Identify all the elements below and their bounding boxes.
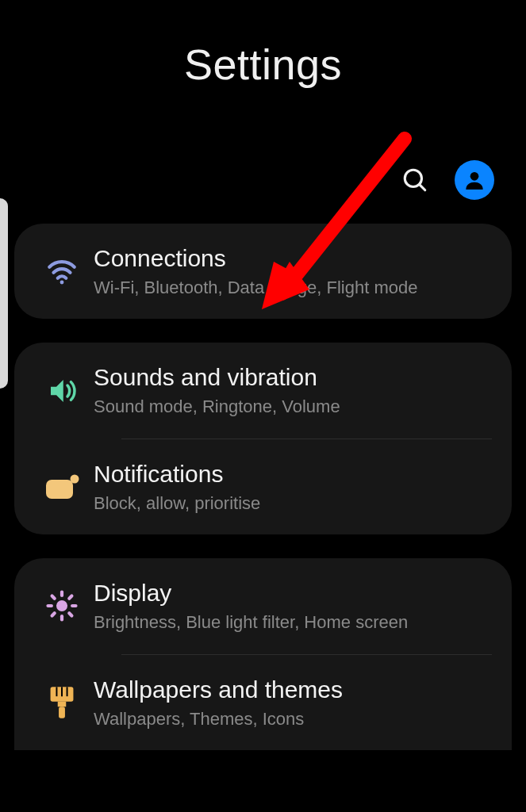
- svg-rect-17: [59, 707, 65, 718]
- svg-point-6: [56, 600, 67, 611]
- settings-item-subtitle: Wi-Fi, Bluetooth, Data usage, Flight mod…: [94, 278, 496, 298]
- svg-point-5: [71, 474, 79, 483]
- settings-item-subtitle: Block, allow, prioritise: [94, 493, 496, 514]
- settings-item-wallpapers[interactable]: Wallpapers and themes Wallpapers, Themes…: [14, 655, 512, 750]
- person-icon: [462, 167, 487, 193]
- svg-line-13: [52, 614, 55, 616]
- toolbar: [0, 160, 526, 224]
- svg-line-12: [69, 614, 71, 616]
- settings-item-text: Sounds and vibration Sound mode, Rington…: [94, 363, 496, 417]
- settings-item-subtitle: Wallpapers, Themes, Icons: [94, 709, 496, 730]
- brightness-icon: [30, 589, 94, 622]
- settings-group-display-wallpapers: Display Brightness, Blue light filter, H…: [14, 558, 512, 750]
- settings-item-title: Display: [94, 579, 496, 607]
- sound-icon: [30, 374, 94, 408]
- settings-item-title: Connections: [94, 244, 496, 273]
- settings-item-notifications[interactable]: Notifications Block, allow, prioritise: [14, 439, 512, 534]
- page-title: Settings: [0, 0, 526, 160]
- paintbrush-icon: [30, 686, 94, 719]
- settings-item-text: Connections Wi-Fi, Bluetooth, Data usage…: [94, 244, 496, 298]
- settings-item-subtitle: Brightness, Blue light filter, Home scre…: [94, 612, 496, 633]
- settings-item-display[interactable]: Display Brightness, Blue light filter, H…: [14, 558, 512, 653]
- settings-group-connections: Connections Wi-Fi, Bluetooth, Data usage…: [14, 224, 512, 319]
- settings-item-text: Display Brightness, Blue light filter, H…: [94, 579, 496, 633]
- wifi-icon: [30, 255, 94, 288]
- settings-item-subtitle: Sound mode, Ringtone, Volume: [94, 396, 496, 417]
- settings-item-text: Wallpapers and themes Wallpapers, Themes…: [94, 676, 496, 730]
- svg-line-11: [52, 596, 55, 599]
- svg-rect-4: [46, 480, 73, 499]
- search-icon: [401, 167, 428, 193]
- settings-group-sounds-notifications: Sounds and vibration Sound mode, Rington…: [14, 343, 512, 534]
- svg-rect-16: [58, 701, 67, 707]
- svg-line-14: [69, 596, 71, 599]
- settings-item-connections[interactable]: Connections Wi-Fi, Bluetooth, Data usage…: [14, 224, 512, 319]
- settings-item-title: Wallpapers and themes: [94, 676, 496, 704]
- svg-point-3: [60, 281, 64, 285]
- settings-item-title: Notifications: [94, 460, 496, 488]
- edge-panel-handle[interactable]: [0, 198, 8, 389]
- settings-item-text: Notifications Block, allow, prioritise: [94, 460, 496, 514]
- profile-button[interactable]: [455, 160, 494, 200]
- settings-item-sounds[interactable]: Sounds and vibration Sound mode, Rington…: [14, 343, 512, 438]
- svg-point-2: [470, 172, 479, 181]
- search-button[interactable]: [397, 163, 432, 197]
- settings-item-title: Sounds and vibration: [94, 363, 496, 392]
- notifications-icon: [30, 473, 94, 500]
- svg-line-1: [420, 185, 425, 190]
